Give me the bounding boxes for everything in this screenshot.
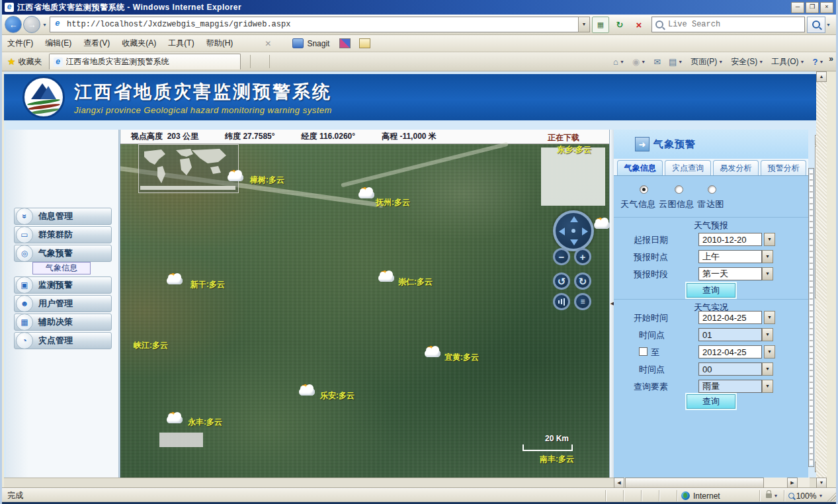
snagit-profile-icon[interactable] xyxy=(359,38,370,48)
dropdown-arrow-icon[interactable]: ▼ xyxy=(762,380,773,393)
minimize-button[interactable]: ─ xyxy=(791,2,804,13)
sidebar-item-weather-warning[interactable]: ◎ 气象预警 xyxy=(14,245,112,262)
end-date-select[interactable]: 2012-04-25 ▼ xyxy=(698,345,775,358)
sidebar-item-monitor-warning[interactable]: ▣ 监测预警 xyxy=(14,276,112,294)
sidebar-item-decision-support[interactable]: ▦ 辅助决策 xyxy=(14,314,112,331)
tools-menu-button[interactable]: 工具(O)▼ xyxy=(769,55,807,69)
pan-right-icon[interactable] xyxy=(582,228,588,235)
print-button[interactable]: ▤▼ xyxy=(666,56,685,68)
safety-menu-button[interactable]: 安全(S)▼ xyxy=(728,55,766,69)
dropdown-arrow-icon[interactable]: ▼ xyxy=(762,328,773,341)
dropdown-arrow-icon[interactable]: ▼ xyxy=(762,250,773,263)
page-menu-button[interactable]: 页面(P)▼ xyxy=(688,55,726,69)
maximize-button[interactable]: ❒ xyxy=(806,2,819,13)
dropdown-arrow-icon[interactable]: ▼ xyxy=(764,345,775,358)
radio-cloud-image[interactable] xyxy=(675,185,683,194)
panel-scrollbar-horizontal[interactable]: ◀ ▶ xyxy=(614,478,810,488)
until-checkbox[interactable] xyxy=(639,347,648,356)
scroll-left-icon[interactable]: ◀ xyxy=(614,478,624,488)
pan-center-icon[interactable] xyxy=(571,229,575,233)
tab-hazard-query[interactable]: 灾点查询 xyxy=(665,160,710,175)
start-date-select[interactable]: 2012-04-25 ▼ xyxy=(698,311,775,324)
sidebar-item-user-management[interactable]: ☻ 用户管理 xyxy=(14,295,112,312)
layers-button[interactable]: ≡ xyxy=(574,293,591,310)
refresh-button[interactable]: ↻ xyxy=(611,17,628,33)
dropdown-arrow-icon[interactable]: ▼ xyxy=(762,267,773,280)
pan-left-icon[interactable] xyxy=(559,228,565,235)
help-menu-button[interactable]: ?▼ xyxy=(810,56,826,68)
page-scrollbar-vertical[interactable]: ▲ ▼ xyxy=(816,71,827,488)
url-input[interactable] xyxy=(65,19,575,30)
map-pan-control[interactable] xyxy=(553,210,594,251)
tab-warning-analysis[interactable]: 预警分析 xyxy=(761,160,806,175)
url-dropdown-button[interactable]: ▼ xyxy=(578,17,590,32)
sidebar-item-hazard-point-management[interactable]: ◔ 灾点管理 xyxy=(14,332,112,349)
radio-weather-info[interactable] xyxy=(640,185,648,194)
snagit-label[interactable]: Snagit xyxy=(307,39,329,48)
forecast-query-button[interactable]: 查询 xyxy=(687,283,735,298)
favorites-button[interactable]: 收藏夹 xyxy=(19,56,42,67)
dropdown-arrow-icon[interactable]: ▼ xyxy=(762,362,773,376)
home-button[interactable]: ⌂▼ xyxy=(610,56,627,68)
tab-susceptibility-analysis[interactable]: 易发分析 xyxy=(713,160,759,175)
live-search-input[interactable] xyxy=(667,19,801,30)
rotate-cw-button[interactable]: ↻ xyxy=(574,273,591,290)
resize-grip[interactable] xyxy=(827,490,836,501)
close-button[interactable]: × xyxy=(820,2,833,13)
rotate-ccw-button[interactable]: ↺ xyxy=(553,273,570,290)
toolbar-overflow-icon[interactable]: » xyxy=(829,54,833,63)
menu-view[interactable]: 查看(V) xyxy=(83,38,110,49)
menu-help[interactable]: 帮助(H) xyxy=(206,38,233,49)
stop-button[interactable]: × xyxy=(630,17,648,33)
zoom-control[interactable]: 100% ▼ xyxy=(784,490,827,501)
page-scroll-down-icon[interactable]: ▼ xyxy=(816,478,827,488)
radio-labels[interactable]: 天气信息 云图信息 雷达图 xyxy=(620,198,724,210)
search-go-button[interactable] xyxy=(807,17,825,33)
world-overview-inset[interactable] xyxy=(138,144,239,193)
zoom-in-button[interactable]: + xyxy=(574,248,591,265)
snagit-icon[interactable] xyxy=(292,38,304,48)
protected-mode-indicator[interactable]: ▼ xyxy=(759,490,784,501)
read-mail-button[interactable]: ✉ xyxy=(651,56,663,68)
favorites-star-icon[interactable]: ★ xyxy=(7,56,16,67)
feeds-button[interactable]: ◉▼ xyxy=(630,56,648,68)
menu-tools[interactable]: 工具(T) xyxy=(168,38,194,49)
page-scroll-up-icon[interactable]: ▲ xyxy=(816,71,827,82)
sidebar-item-info-management[interactable]: » 信息管理 xyxy=(14,208,112,225)
zoom-out-button[interactable]: − xyxy=(553,248,570,265)
forecast-period-select[interactable]: 第一天 ▼ xyxy=(698,267,773,280)
history-dropdown-icon[interactable]: ▼ xyxy=(42,22,47,27)
map-viewport[interactable]: 视点高度 203 公里 纬度 27.7585° 经度 116.0260° 高程 … xyxy=(120,130,610,478)
form-row: 预报时点 上午 ▼ xyxy=(614,250,808,263)
search-box[interactable] xyxy=(651,17,805,32)
menu-favorites[interactable]: 收藏夹(A) xyxy=(122,38,156,49)
forward-button[interactable]: → xyxy=(23,16,40,33)
back-button[interactable]: ← xyxy=(5,16,22,33)
pan-down-icon[interactable] xyxy=(570,239,578,245)
menu-file[interactable]: 文件(F) xyxy=(7,38,33,49)
sidebar-subitem-weather-info[interactable]: 气象信息 xyxy=(32,262,91,274)
scrollbar-thumb[interactable] xyxy=(625,478,764,488)
browser-tab[interactable]: e 江西省地质灾害监测预警系统 xyxy=(49,54,241,69)
actual-query-button[interactable]: 查询 xyxy=(687,394,735,409)
pan-up-icon[interactable] xyxy=(570,216,578,222)
start-hour-select[interactable]: 01 ▼ xyxy=(698,328,773,341)
search-options-dropdown-icon[interactable]: ▼ xyxy=(826,22,831,27)
tilt-button[interactable] xyxy=(553,293,570,310)
query-element-select[interactable]: 雨量 ▼ xyxy=(698,380,773,393)
url-field[interactable]: e xyxy=(50,17,579,32)
scroll-right-icon[interactable]: ▶ xyxy=(787,478,798,488)
panel-title: 气象预警 xyxy=(653,138,696,151)
toolbar-close-icon[interactable]: ✕ xyxy=(265,39,271,48)
compatibility-view-button[interactable]: ▦ xyxy=(592,17,609,33)
end-hour-select[interactable]: 00 ▼ xyxy=(698,362,773,376)
forecast-date-select[interactable]: 2010-12-20 ▼ xyxy=(698,233,775,246)
forecast-time-select[interactable]: 上午 ▼ xyxy=(698,250,773,263)
radio-radar-image[interactable] xyxy=(708,185,716,194)
snagit-capture-icon[interactable] xyxy=(339,38,351,48)
menu-edit[interactable]: 编辑(E) xyxy=(45,38,71,49)
dropdown-arrow-icon[interactable]: ▼ xyxy=(764,311,775,324)
sidebar-item-mass-prevention[interactable]: ▭ 群策群防 xyxy=(14,226,112,243)
tab-weather-info[interactable]: 气象信息 xyxy=(617,160,663,175)
dropdown-arrow-icon[interactable]: ▼ xyxy=(764,233,775,246)
